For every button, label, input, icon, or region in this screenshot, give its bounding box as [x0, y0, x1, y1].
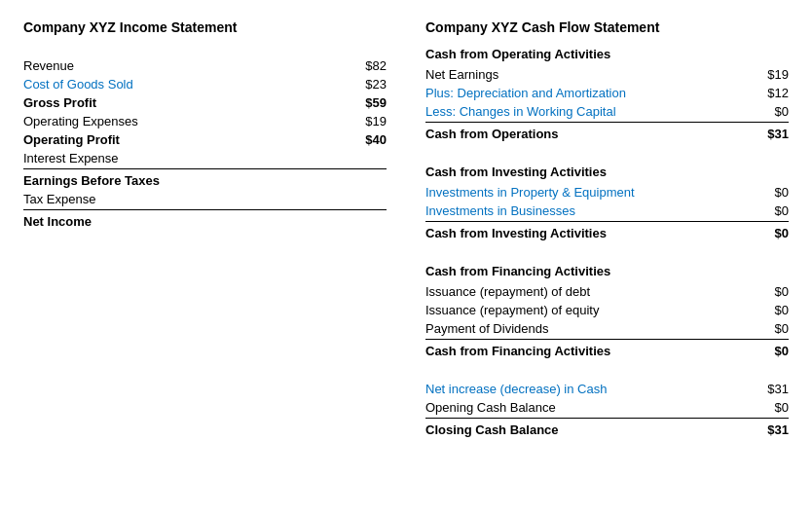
table-row: Opening Cash Balance$0 — [425, 398, 789, 419]
income-statement: Company XYZ Income Statement Revenue$82C… — [23, 19, 387, 439]
row-label: Issuance (repayment) of equity — [425, 303, 750, 317]
row-label: Closing Cash Balance — [425, 422, 750, 437]
row-label: Net Earnings — [425, 67, 750, 82]
row-value: $19 — [750, 67, 789, 82]
row-label: Issuance (repayment) of debt — [425, 284, 750, 299]
table-row: Issuance (repayment) of debt$0 — [425, 282, 789, 301]
row-value: $0 — [750, 203, 789, 218]
row-value: $0 — [750, 104, 789, 119]
table-row: Operating Expenses$19 — [23, 112, 387, 130]
row-label: Net Income — [23, 214, 348, 229]
table-row: Issuance (repayment) of equity$0 — [425, 301, 789, 319]
investing-section: Cash from Investing Activities Investmen… — [425, 165, 789, 242]
income-title: Company XYZ Income Statement — [23, 19, 387, 35]
investing-title: Cash from Investing Activities — [425, 165, 789, 179]
row-label: Cash from Financing Activities — [425, 344, 750, 358]
row-label: Cost of Goods Sold — [23, 77, 348, 92]
row-value: $40 — [348, 132, 387, 147]
row-label: Investments in Property & Equipment — [425, 185, 750, 200]
row-label: Payment of Dividends — [425, 321, 750, 336]
table-row: Cash from Investing Activities$0 — [425, 224, 789, 242]
table-row: Closing Cash Balance$31 — [425, 421, 789, 439]
row-value: $0 — [750, 185, 789, 200]
table-row: Interest Expense — [23, 149, 387, 169]
row-value: $82 — [348, 58, 387, 73]
table-row: Investments in Businesses$0 — [425, 202, 789, 222]
table-row: Net Income — [23, 212, 387, 231]
row-value: $31 — [750, 127, 789, 141]
cashflow-statement: Company XYZ Cash Flow Statement Cash fro… — [425, 19, 789, 439]
table-row: Gross Profit$59 — [23, 93, 387, 112]
table-row: Cost of Goods Sold$23 — [23, 75, 387, 93]
row-value: $0 — [750, 303, 789, 317]
table-row: Tax Expense — [23, 190, 387, 210]
table-row: Cash from Financing Activities$0 — [425, 342, 789, 360]
table-row: Revenue$82 — [23, 56, 387, 75]
row-label: Investments in Businesses — [425, 203, 750, 218]
row-label: Less: Changes in Working Capital — [425, 104, 750, 119]
row-value: $59 — [348, 95, 387, 110]
row-value: $0 — [750, 321, 789, 336]
row-label: Revenue — [23, 58, 348, 73]
row-label: Gross Profit — [23, 95, 348, 110]
row-value: $19 — [348, 114, 387, 128]
table-row: Earnings Before Taxes — [23, 171, 387, 190]
row-value: $31 — [750, 422, 789, 437]
table-row: Less: Changes in Working Capital$0 — [425, 102, 789, 123]
row-label: Plus: Depreciation and Amortization — [425, 86, 750, 100]
row-label: Cash from Investing Activities — [425, 226, 750, 240]
row-value: $0 — [750, 226, 789, 240]
row-value: $0 — [750, 284, 789, 299]
net-section: Net increase (decrease) in Cash$31Openin… — [425, 380, 789, 439]
row-value: $31 — [750, 382, 789, 396]
row-label: Operating Expenses — [23, 114, 348, 128]
row-value: $0 — [750, 400, 789, 415]
financing-title: Cash from Financing Activities — [425, 264, 789, 278]
row-label: Cash from Operations — [425, 127, 750, 141]
table-row: Cash from Operations$31 — [425, 125, 789, 143]
row-value: $12 — [750, 86, 789, 100]
table-row: Operating Profit$40 — [23, 130, 387, 149]
table-row: Payment of Dividends$0 — [425, 319, 789, 340]
table-row: Net Earnings$19 — [425, 65, 789, 84]
row-value: $0 — [750, 344, 789, 358]
financing-section: Cash from Financing Activities Issuance … — [425, 264, 789, 360]
row-value: $23 — [348, 77, 387, 92]
operating-section: Cash from Operating Activities Net Earni… — [425, 47, 789, 143]
table-row: Net increase (decrease) in Cash$31 — [425, 380, 789, 398]
row-label: Opening Cash Balance — [425, 400, 750, 415]
row-label: Interest Expense — [23, 151, 348, 165]
table-row: Investments in Property & Equipment$0 — [425, 183, 789, 202]
row-label: Earnings Before Taxes — [23, 173, 348, 188]
row-label: Tax Expense — [23, 192, 348, 206]
table-row: Plus: Depreciation and Amortization$12 — [425, 84, 789, 102]
row-label: Operating Profit — [23, 132, 348, 147]
operating-title: Cash from Operating Activities — [425, 47, 789, 61]
row-label: Net increase (decrease) in Cash — [425, 382, 750, 396]
cashflow-title: Company XYZ Cash Flow Statement — [425, 19, 789, 35]
